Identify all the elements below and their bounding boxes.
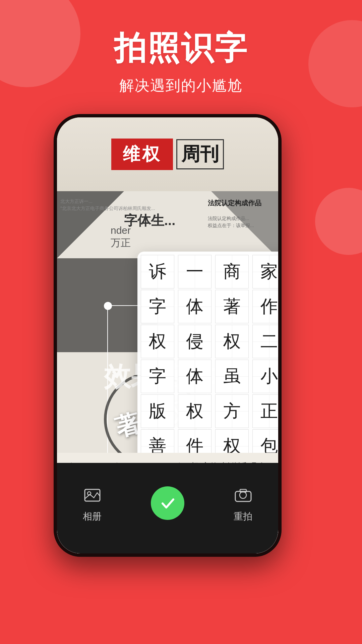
char-cell-0: 诉	[141, 255, 174, 288]
nav-confirm[interactable]	[151, 486, 184, 520]
retake-icon	[231, 483, 255, 507]
header-section: 拍照识字 解决遇到的小尴尬	[0, 27, 362, 96]
char-cell-7: 作	[252, 290, 278, 323]
main-title: 拍照识字	[0, 27, 362, 70]
sub-title: 解决遇到的小尴尬	[0, 76, 362, 96]
bottom-nav: 相册	[57, 463, 278, 553]
char-cell-3: 家	[252, 255, 278, 288]
newspaper-top: 维权 周刊	[57, 117, 278, 191]
char-cell-16: 版	[141, 394, 174, 428]
char-cell-1: 一	[178, 255, 212, 288]
char-cell-5: 体	[178, 290, 212, 323]
char-cell-14: 虽	[215, 360, 249, 393]
char-cell-15: 小	[252, 360, 278, 393]
newspaper-small-text-right: 法院认定构成作品 法院认定构成作品... 权益点在于：该举报...	[208, 198, 275, 229]
nav-album[interactable]: 相册	[80, 483, 104, 523]
svg-point-2	[240, 492, 246, 498]
char-cell-10: 权	[215, 325, 249, 358]
char-cell-17: 权	[178, 394, 212, 428]
phone-container: 维权 周刊 字体生..	[54, 114, 308, 590]
phone-screen: 维权 周刊 字体生..	[57, 117, 278, 553]
svg-rect-4	[240, 489, 246, 492]
article-heading: 字体生...	[124, 211, 175, 230]
char-cell-13: 体	[178, 360, 212, 393]
newspaper-header-black: 周刊	[176, 139, 224, 169]
phone-frame: 维权 周刊 字体生..	[54, 114, 282, 557]
char-cell-12: 字	[141, 360, 174, 393]
char-cell-9: 侵	[178, 325, 212, 358]
nav-retake[interactable]: 重拍	[231, 483, 255, 523]
char-cell-8: 权	[141, 325, 174, 358]
album-label: 相册	[83, 510, 102, 523]
selection-corner-tl	[104, 302, 112, 310]
svg-rect-3	[235, 491, 251, 501]
char-cell-4: 字	[141, 290, 174, 323]
newspaper-small-text-left: 北大方正诉一... "北京北大方正电子商务公司诉柏林周氏顺发...	[60, 198, 155, 212]
camera-view: 维权 周刊 字体生..	[57, 117, 278, 553]
char-cell-11: 二	[252, 325, 278, 358]
newspaper-header-red: 维权	[111, 139, 173, 170]
svg-rect-0	[85, 489, 100, 501]
watermark-brand: nder万正	[111, 225, 131, 250]
retake-label: 重拍	[234, 510, 252, 523]
char-cell-19: 正	[252, 394, 278, 428]
char-cell-2: 商	[215, 255, 249, 288]
album-icon	[80, 483, 104, 507]
char-cell-6: 著	[215, 290, 249, 323]
confirm-check-btn[interactable]	[151, 486, 184, 520]
char-cell-18: 方	[215, 394, 249, 428]
